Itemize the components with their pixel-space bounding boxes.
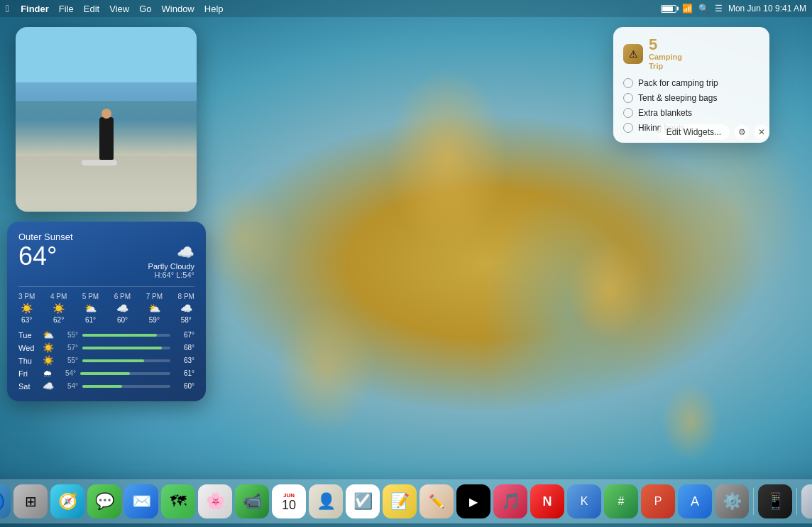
menubar-time: Mon Jun 10 9:41 AM xyxy=(728,4,806,13)
dock-item-launchpad[interactable]: ⊞ xyxy=(13,484,48,518)
weather-hour-2: 4 PM ☀️ 62° xyxy=(50,293,67,324)
reminders-icon-symbol: ⚠ xyxy=(629,48,638,60)
weather-day-wed: Wed ☀️ 57° 68° xyxy=(18,342,194,353)
calendar-date: JUN 10 xyxy=(282,492,296,511)
dock-divider xyxy=(753,488,754,515)
weather-day-fri: Fri 🌧 54° 61° xyxy=(18,368,194,379)
dock-item-music[interactable]: 🎵 xyxy=(493,484,527,518)
launchpad-icon: ⊞ xyxy=(25,493,37,510)
menubar-file[interactable]: File xyxy=(59,4,74,14)
dock-item-appstore[interactable]: A xyxy=(678,484,712,518)
weather-daily: Tue ⛅ 55° 67° Wed ☀️ 57° 68° Thu ☀️ 55° … xyxy=(18,330,194,391)
reminders-header: ⚠ 5 Camping Trip xyxy=(623,37,759,71)
photo-person xyxy=(99,117,114,160)
battery-icon xyxy=(661,5,676,13)
weather-temperature: 64° xyxy=(18,244,57,269)
reminder-text-2: Tent & sleeping bags xyxy=(638,93,717,103)
reminder-checkbox-1[interactable] xyxy=(623,78,633,88)
wifi-icon: 📶 xyxy=(682,4,693,13)
weather-condition: ☁️ Partly Cloudy H:64° L:54° xyxy=(148,244,194,279)
photo-widget-image xyxy=(16,27,197,212)
reminders-app-icon: ⚠ xyxy=(623,44,643,64)
reminder-item-1[interactable]: Pack for camping trip xyxy=(623,78,759,88)
dock-item-freeform[interactable]: ✏️ xyxy=(419,484,454,518)
menubar-view[interactable]: View xyxy=(109,4,129,14)
dock-item-maps[interactable]: 🗺 xyxy=(161,484,195,518)
reminder-checkbox-2[interactable] xyxy=(623,93,633,103)
weather-hour-1: 3 PM ☀️ 63° xyxy=(18,293,35,324)
menubar-go[interactable]: Go xyxy=(139,4,151,14)
menubar-help[interactable]: Help xyxy=(204,4,224,14)
menubar-left:  Finder File Edit View Go Window Help xyxy=(6,3,224,14)
weather-day-tue: Tue ⛅ 55° 67° xyxy=(18,330,194,340)
menubar-edit[interactable]: Edit xyxy=(84,4,99,14)
dock-item-messages[interactable]: 💬 xyxy=(87,484,121,518)
edit-widgets-button[interactable]: Edit Widgets... xyxy=(658,124,730,140)
menubar:  Finder File Edit View Go Window Help 📶… xyxy=(0,0,812,17)
widget-controls: Edit Widgets... ⚙ ✕ xyxy=(658,124,769,140)
weather-location: Outer Sunset xyxy=(18,232,194,242)
reminders-dock-icon: ☑️ xyxy=(353,492,373,511)
mail-icon: ✉️ xyxy=(132,492,151,511)
dock-item-safari[interactable]: 🧭 xyxy=(50,484,84,518)
notes-icon: 📝 xyxy=(390,492,410,511)
dock-item-keynote[interactable]: K xyxy=(567,484,601,518)
dock-item-mail[interactable]: ✉️ xyxy=(124,484,158,518)
weather-condition-icon: ☁️ xyxy=(148,244,194,261)
weather-widget: Outer Sunset 64° ☁️ Partly Cloudy H:64° … xyxy=(7,222,206,401)
reminder-item-3[interactable]: Extra blankets xyxy=(623,108,759,118)
photo-widget xyxy=(16,27,197,212)
weather-hourly: 3 PM ☀️ 63° 4 PM ☀️ 62° 5 PM ⛅ 61° 6 PM … xyxy=(18,286,194,324)
dock-divider-2 xyxy=(796,488,797,515)
weather-hour-6: 8 PM ☁️ 58° xyxy=(178,293,194,324)
dock-item-facetime[interactable]: 📹 xyxy=(235,484,269,518)
widget-close-button[interactable]: ✕ xyxy=(754,124,769,140)
appletv-icon: ▶ xyxy=(469,495,478,509)
contacts-icon: 👤 xyxy=(317,492,336,511)
search-icon[interactable]: 🔍 xyxy=(698,4,709,13)
reminders-list-title: Camping Trip xyxy=(649,53,682,71)
menubar-window[interactable]: Window xyxy=(162,4,194,14)
weather-hour-5: 7 PM ⛅ 59° xyxy=(146,293,163,324)
dock: 🔵 ⊞ 🧭 💬 ✉️ 🗺 🌸 📹 JUN 10 👤 ☑️ 📝 ✏️ ▶ xyxy=(0,480,812,523)
dock-item-appletv[interactable]: ▶ xyxy=(456,484,490,518)
reminder-text-1: Pack for camping trip xyxy=(638,78,718,88)
dock-item-notes[interactable]: 📝 xyxy=(383,484,417,518)
photo-surfboard xyxy=(82,160,117,165)
messages-icon: 💬 xyxy=(95,492,114,511)
weather-condition-text: Partly Cloudy xyxy=(148,262,194,271)
facetime-icon: 📹 xyxy=(243,492,262,511)
dock-item-contacts[interactable]: 👤 xyxy=(309,484,343,518)
dock-item-settings[interactable]: ⚙️ xyxy=(715,484,749,518)
pages-icon: P xyxy=(654,495,662,508)
weather-temp-row: 64° ☁️ Partly Cloudy H:64° L:54° xyxy=(18,244,194,279)
freeform-icon: ✏️ xyxy=(429,494,444,509)
menubar-finder[interactable]: Finder xyxy=(21,4,49,14)
reminder-checkbox-3[interactable] xyxy=(623,108,633,118)
weather-day-thu: Thu ☀️ 55° 63° xyxy=(18,355,194,366)
calendar-day: 10 xyxy=(282,499,296,511)
reminder-checkbox-4[interactable] xyxy=(623,123,633,133)
control-center-icon[interactable]: ☰ xyxy=(715,4,723,13)
dock-item-numbers[interactable]: # xyxy=(604,484,638,518)
settings-icon: ⚙️ xyxy=(723,492,742,511)
dock-item-iphone[interactable]: 📱 xyxy=(758,484,792,518)
dock-item-reminders[interactable]: ☑️ xyxy=(346,484,380,518)
dock-item-news[interactable]: N xyxy=(530,484,564,518)
weather-hour-3: 5 PM ⛅ 61° xyxy=(82,293,99,324)
dock-item-trash[interactable]: 🗑 xyxy=(801,484,812,518)
dock-item-finder[interactable]: 🔵 xyxy=(0,484,11,518)
finder-icon: 🔵 xyxy=(0,491,5,513)
reminder-item-2[interactable]: Tent & sleeping bags xyxy=(623,93,759,103)
numbers-icon: # xyxy=(618,495,625,508)
photos-icon: 🌸 xyxy=(206,492,225,511)
widget-settings-button[interactable]: ⚙ xyxy=(734,124,750,140)
dock-item-calendar[interactable]: JUN 10 xyxy=(272,484,306,518)
dock-item-photos[interactable]: 🌸 xyxy=(198,484,232,518)
reminder-text-3: Extra blankets xyxy=(638,108,692,118)
dock-item-pages[interactable]: P xyxy=(641,484,675,518)
apple-logo-icon[interactable]:  xyxy=(6,3,9,14)
iphone-icon: 📱 xyxy=(766,492,785,511)
weather-day-sat: Sat ☁️ 54° 60° xyxy=(18,381,194,391)
music-icon: 🎵 xyxy=(501,492,520,511)
